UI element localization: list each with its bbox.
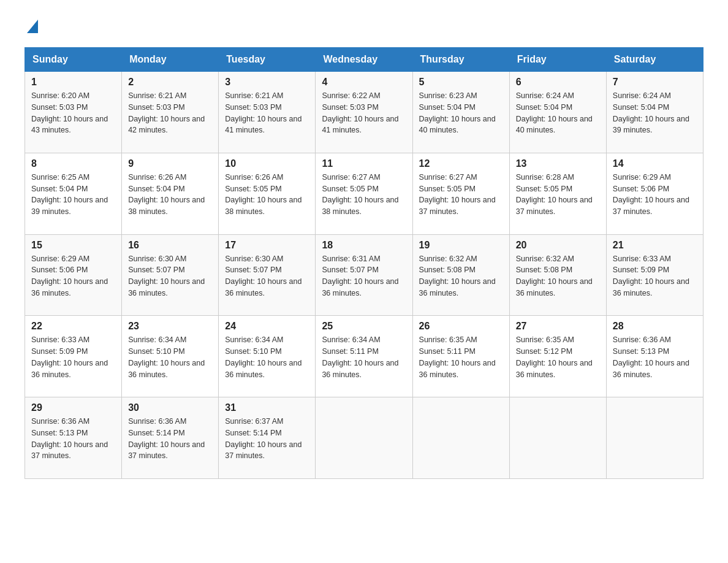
day-number: 25 xyxy=(322,321,406,332)
day-number: 2 xyxy=(128,77,212,88)
calendar-cell: 26 Sunrise: 6:35 AM Sunset: 5:11 PM Dayl… xyxy=(412,316,509,397)
calendar-cell: 7 Sunrise: 6:24 AM Sunset: 5:04 PM Dayli… xyxy=(606,72,703,153)
calendar-cell: 24 Sunrise: 6:34 AM Sunset: 5:10 PM Dayl… xyxy=(219,316,316,397)
day-number: 8 xyxy=(31,158,115,169)
day-info: Sunrise: 6:29 AM Sunset: 5:06 PM Dayligh… xyxy=(31,253,115,311)
calendar-week-row: 15 Sunrise: 6:29 AM Sunset: 5:06 PM Dayl… xyxy=(25,234,703,316)
day-info: Sunrise: 6:30 AM Sunset: 5:07 PM Dayligh… xyxy=(225,253,309,311)
calendar-cell: 11 Sunrise: 6:27 AM Sunset: 5:05 PM Dayl… xyxy=(316,153,412,234)
day-number: 16 xyxy=(128,240,212,251)
day-number: 12 xyxy=(419,158,503,169)
day-info: Sunrise: 6:36 AM Sunset: 5:13 PM Dayligh… xyxy=(31,416,115,473)
day-number: 24 xyxy=(225,321,309,332)
calendar-cell: 6 Sunrise: 6:24 AM Sunset: 5:04 PM Dayli… xyxy=(509,72,606,153)
calendar-cell: 13 Sunrise: 6:28 AM Sunset: 5:05 PM Dayl… xyxy=(509,153,606,234)
day-info: Sunrise: 6:30 AM Sunset: 5:07 PM Dayligh… xyxy=(128,253,212,311)
day-info: Sunrise: 6:29 AM Sunset: 5:06 PM Dayligh… xyxy=(613,172,697,229)
day-number: 30 xyxy=(128,402,212,413)
day-info: Sunrise: 6:25 AM Sunset: 5:04 PM Dayligh… xyxy=(31,172,115,229)
calendar-cell: 25 Sunrise: 6:34 AM Sunset: 5:11 PM Dayl… xyxy=(316,316,412,397)
day-info: Sunrise: 6:31 AM Sunset: 5:07 PM Dayligh… xyxy=(322,253,406,311)
logo xyxy=(25,18,38,35)
svg-marker-0 xyxy=(27,20,38,33)
day-number: 13 xyxy=(516,158,600,169)
calendar-cell: 12 Sunrise: 6:27 AM Sunset: 5:05 PM Dayl… xyxy=(412,153,509,234)
day-number: 4 xyxy=(322,77,406,88)
day-info: Sunrise: 6:26 AM Sunset: 5:04 PM Dayligh… xyxy=(128,172,212,229)
calendar-cell: 21 Sunrise: 6:33 AM Sunset: 5:09 PM Dayl… xyxy=(606,234,703,316)
day-number: 15 xyxy=(31,240,115,251)
day-number: 9 xyxy=(128,158,212,169)
calendar-week-row: 22 Sunrise: 6:33 AM Sunset: 5:09 PM Dayl… xyxy=(25,316,703,397)
day-number: 6 xyxy=(516,77,600,88)
day-info: Sunrise: 6:22 AM Sunset: 5:03 PM Dayligh… xyxy=(322,90,406,148)
day-number: 23 xyxy=(128,321,212,332)
day-info: Sunrise: 6:34 AM Sunset: 5:10 PM Dayligh… xyxy=(225,334,309,392)
day-number: 17 xyxy=(225,240,309,251)
calendar-cell: 28 Sunrise: 6:36 AM Sunset: 5:13 PM Dayl… xyxy=(606,316,703,397)
calendar-cell: 8 Sunrise: 6:25 AM Sunset: 5:04 PM Dayli… xyxy=(25,153,122,234)
day-info: Sunrise: 6:34 AM Sunset: 5:10 PM Dayligh… xyxy=(128,334,212,392)
logo-triangle-icon xyxy=(27,20,38,33)
calendar-cell xyxy=(412,397,509,479)
day-number: 26 xyxy=(419,321,503,332)
calendar-cell: 18 Sunrise: 6:31 AM Sunset: 5:07 PM Dayl… xyxy=(316,234,412,316)
calendar-cell: 16 Sunrise: 6:30 AM Sunset: 5:07 PM Dayl… xyxy=(122,234,219,316)
day-number: 5 xyxy=(419,77,503,88)
day-number: 22 xyxy=(31,321,115,332)
column-header-tuesday: Tuesday xyxy=(219,48,316,72)
column-header-friday: Friday xyxy=(509,48,606,72)
day-number: 20 xyxy=(516,240,600,251)
column-header-sunday: Sunday xyxy=(25,48,122,72)
calendar-cell: 15 Sunrise: 6:29 AM Sunset: 5:06 PM Dayl… xyxy=(25,234,122,316)
day-info: Sunrise: 6:36 AM Sunset: 5:13 PM Dayligh… xyxy=(613,334,697,392)
day-info: Sunrise: 6:24 AM Sunset: 5:04 PM Dayligh… xyxy=(613,90,697,148)
day-info: Sunrise: 6:34 AM Sunset: 5:11 PM Dayligh… xyxy=(322,334,406,392)
day-info: Sunrise: 6:28 AM Sunset: 5:05 PM Dayligh… xyxy=(516,172,600,229)
column-header-wednesday: Wednesday xyxy=(316,48,412,72)
calendar-cell: 4 Sunrise: 6:22 AM Sunset: 5:03 PM Dayli… xyxy=(316,72,412,153)
day-number: 31 xyxy=(225,402,309,413)
day-info: Sunrise: 6:27 AM Sunset: 5:05 PM Dayligh… xyxy=(419,172,503,229)
calendar-cell: 20 Sunrise: 6:32 AM Sunset: 5:08 PM Dayl… xyxy=(509,234,606,316)
calendar-cell: 27 Sunrise: 6:35 AM Sunset: 5:12 PM Dayl… xyxy=(509,316,606,397)
calendar-cell: 3 Sunrise: 6:21 AM Sunset: 5:03 PM Dayli… xyxy=(219,72,316,153)
day-info: Sunrise: 6:26 AM Sunset: 5:05 PM Dayligh… xyxy=(225,172,309,229)
calendar-cell: 5 Sunrise: 6:23 AM Sunset: 5:04 PM Dayli… xyxy=(412,72,509,153)
day-info: Sunrise: 6:21 AM Sunset: 5:03 PM Dayligh… xyxy=(128,90,212,148)
day-number: 19 xyxy=(419,240,503,251)
column-header-thursday: Thursday xyxy=(412,48,509,72)
day-info: Sunrise: 6:35 AM Sunset: 5:11 PM Dayligh… xyxy=(419,334,503,392)
calendar-week-row: 8 Sunrise: 6:25 AM Sunset: 5:04 PM Dayli… xyxy=(25,153,703,234)
calendar-cell: 2 Sunrise: 6:21 AM Sunset: 5:03 PM Dayli… xyxy=(122,72,219,153)
day-info: Sunrise: 6:36 AM Sunset: 5:14 PM Dayligh… xyxy=(128,416,212,473)
calendar-cell: 29 Sunrise: 6:36 AM Sunset: 5:13 PM Dayl… xyxy=(25,397,122,479)
day-info: Sunrise: 6:27 AM Sunset: 5:05 PM Dayligh… xyxy=(322,172,406,229)
day-number: 3 xyxy=(225,77,309,88)
day-info: Sunrise: 6:35 AM Sunset: 5:12 PM Dayligh… xyxy=(516,334,600,392)
day-info: Sunrise: 6:21 AM Sunset: 5:03 PM Dayligh… xyxy=(225,90,309,148)
calendar-cell: 1 Sunrise: 6:20 AM Sunset: 5:03 PM Dayli… xyxy=(25,72,122,153)
calendar-cell: 9 Sunrise: 6:26 AM Sunset: 5:04 PM Dayli… xyxy=(122,153,219,234)
calendar-cell xyxy=(606,397,703,479)
column-header-saturday: Saturday xyxy=(606,48,703,72)
page-header xyxy=(25,18,703,35)
day-number: 21 xyxy=(613,240,697,251)
calendar-cell: 23 Sunrise: 6:34 AM Sunset: 5:10 PM Dayl… xyxy=(122,316,219,397)
day-number: 27 xyxy=(516,321,600,332)
day-number: 1 xyxy=(31,77,115,88)
day-info: Sunrise: 6:32 AM Sunset: 5:08 PM Dayligh… xyxy=(419,253,503,311)
day-info: Sunrise: 6:33 AM Sunset: 5:09 PM Dayligh… xyxy=(613,253,697,311)
calendar-cell: 17 Sunrise: 6:30 AM Sunset: 5:07 PM Dayl… xyxy=(219,234,316,316)
calendar-cell: 30 Sunrise: 6:36 AM Sunset: 5:14 PM Dayl… xyxy=(122,397,219,479)
day-number: 11 xyxy=(322,158,406,169)
calendar-cell xyxy=(509,397,606,479)
column-header-monday: Monday xyxy=(122,48,219,72)
calendar-cell: 10 Sunrise: 6:26 AM Sunset: 5:05 PM Dayl… xyxy=(219,153,316,234)
day-info: Sunrise: 6:23 AM Sunset: 5:04 PM Dayligh… xyxy=(419,90,503,148)
day-number: 14 xyxy=(613,158,697,169)
day-info: Sunrise: 6:24 AM Sunset: 5:04 PM Dayligh… xyxy=(516,90,600,148)
calendar-week-row: 1 Sunrise: 6:20 AM Sunset: 5:03 PM Dayli… xyxy=(25,72,703,153)
day-number: 7 xyxy=(613,77,697,88)
calendar-cell: 14 Sunrise: 6:29 AM Sunset: 5:06 PM Dayl… xyxy=(606,153,703,234)
